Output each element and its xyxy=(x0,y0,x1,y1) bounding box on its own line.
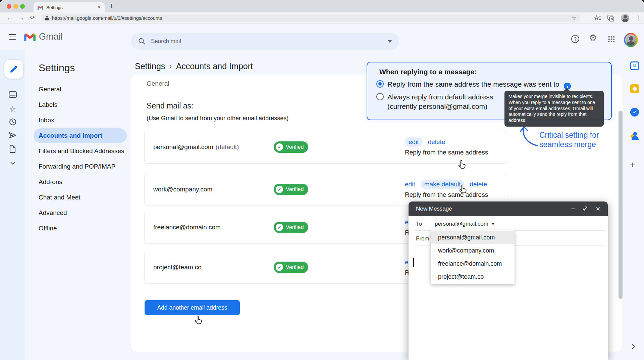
nav-item-labels[interactable]: Labels xyxy=(25,97,138,113)
nav-item-inbox[interactable]: Inbox xyxy=(25,113,138,128)
add-email-button[interactable]: Add another email address xyxy=(145,300,240,315)
nav-item-filters[interactable]: Filters and Blocked Addresses xyxy=(25,143,138,159)
browser-profile-avatar[interactable] xyxy=(621,14,629,22)
check-icon: ✓ xyxy=(276,224,283,231)
reload-button[interactable]: ⟳ xyxy=(28,13,37,22)
check-icon: ✓ xyxy=(276,264,283,271)
radio-same-address[interactable] xyxy=(376,80,384,88)
text-cursor xyxy=(413,258,414,267)
dropdown-item[interactable]: project@team.co xyxy=(431,270,515,283)
verified-badge: ✓ Verified xyxy=(274,184,308,195)
send-mail-as-subtitle: (Use Gmail to send from your other email… xyxy=(147,115,288,122)
tab-general[interactable]: General xyxy=(147,80,169,87)
check-icon: ✓ xyxy=(276,186,283,193)
breadcrumb-root[interactable]: Settings xyxy=(135,61,165,71)
to-label: To xyxy=(416,221,422,227)
url-text: https://mail.google.com/mail/u/0/#settin… xyxy=(52,15,572,21)
breadcrumb-separator: › xyxy=(169,61,172,71)
search-icon xyxy=(138,38,146,45)
delete-link[interactable]: delete xyxy=(428,138,445,146)
to-value-dropdown[interactable]: personal@gmail.com xyxy=(435,221,495,227)
tasks-icon[interactable] xyxy=(630,108,639,117)
email-row-personal: personal@gmail.com(default) ✓ Verified e… xyxy=(144,131,507,164)
dropdown-item[interactable]: work@company.com xyxy=(431,244,515,257)
radio-default-address[interactable] xyxy=(376,93,384,100)
tab-close-icon[interactable]: × xyxy=(98,4,101,10)
edit-link[interactable]: edit xyxy=(405,181,415,188)
right-side-panel: 31 + xyxy=(623,50,644,360)
dropdown-item[interactable]: personal@gmail.com xyxy=(431,231,515,244)
panel-divider xyxy=(628,147,640,147)
nav-item-accounts-and-import[interactable]: Accounts and Import xyxy=(25,128,138,143)
search-input[interactable] xyxy=(151,38,388,45)
reading-list-icon[interactable] xyxy=(594,15,601,21)
browser-tab-strip: Settings × + xyxy=(0,0,644,12)
nav-item-addons[interactable]: Add-ons xyxy=(25,174,138,190)
contacts-icon[interactable] xyxy=(630,131,639,140)
row-actions: edit delete Reply from the same address xyxy=(405,138,488,156)
keep-icon[interactable] xyxy=(630,84,639,93)
rail-starred-icon[interactable]: ☆ xyxy=(0,105,25,113)
browser-tab[interactable]: Settings × xyxy=(34,2,105,12)
calendar-icon[interactable]: 31 xyxy=(630,61,639,70)
rail-sent-icon[interactable] xyxy=(0,132,25,139)
hand-cursor xyxy=(458,184,468,194)
browser-menu-icon[interactable]: ⋮ xyxy=(636,14,641,21)
nav-item-offline[interactable]: Offline xyxy=(25,221,138,236)
nav-item-forwarding[interactable]: Forwarding and POP/IMAP xyxy=(25,159,138,174)
rail-drafts-icon[interactable] xyxy=(0,145,25,153)
rail-snoozed-icon[interactable] xyxy=(0,118,25,126)
email-address: personal@gmail.com(default) xyxy=(153,131,239,163)
default-suffix: (default) xyxy=(216,143,239,151)
compose-window: New Message ✕ To personal@gmail.com From… xyxy=(409,201,608,360)
compose-header[interactable]: New Message ✕ xyxy=(409,201,608,216)
rail-mail-icon[interactable] xyxy=(0,91,25,98)
compose-button[interactable] xyxy=(4,60,23,79)
close-icon[interactable]: ✕ xyxy=(596,206,600,212)
macos-close-button[interactable] xyxy=(7,4,11,9)
macos-zoom-button[interactable] xyxy=(20,4,25,9)
send-mail-as-title: Send mail as: xyxy=(147,101,193,110)
macos-minimize-button[interactable] xyxy=(13,4,18,9)
compose-title: New Message xyxy=(416,206,563,212)
minimize-icon[interactable] xyxy=(571,209,575,209)
settings-nav: General Labels Inbox Accounts and Import… xyxy=(25,82,138,236)
nav-item-chat-and-meet[interactable]: Chat and Meet xyxy=(25,190,138,205)
bookmark-star-icon[interactable]: ☆ xyxy=(572,15,576,21)
help-icon[interactable]: ? xyxy=(571,35,579,43)
info-tooltip: Makes your merge invisible to recipients… xyxy=(504,91,604,127)
address-bar[interactable]: https://mail.google.com/mail/u/0/#settin… xyxy=(41,14,580,22)
scrollbar-thumb[interactable] xyxy=(619,111,623,299)
forward-button[interactable]: → xyxy=(17,13,25,22)
collapse-panel-chevron-icon[interactable] xyxy=(630,344,635,349)
rail-more-chevron-icon[interactable] xyxy=(0,161,25,164)
expand-icon[interactable] xyxy=(583,206,588,212)
search-options-caret-icon[interactable] xyxy=(388,40,392,43)
radio-default-address-label: Always reply from default address xyxy=(387,93,493,101)
callout-title: When replying to a message: xyxy=(379,68,477,76)
search-bar[interactable] xyxy=(131,33,399,50)
tab-groups-icon[interactable] xyxy=(607,15,614,21)
breadcrumb: Settings › Accounts and Import xyxy=(135,61,253,71)
settings-nav-title: Settings xyxy=(39,62,75,74)
verified-badge: ✓ Verified xyxy=(274,141,308,153)
google-apps-icon[interactable] xyxy=(608,36,614,42)
dropdown-item[interactable]: freelance@domain.com xyxy=(431,257,515,270)
main-menu-icon[interactable] xyxy=(9,34,16,40)
gmail-left-rail: ☆ xyxy=(0,50,25,360)
edit-link[interactable]: edit xyxy=(405,137,423,147)
delete-link[interactable]: delete xyxy=(470,181,487,188)
new-tab-button[interactable]: + xyxy=(107,1,116,11)
nav-item-general[interactable]: General xyxy=(25,82,138,97)
make-default-link[interactable]: make default xyxy=(421,180,465,189)
account-avatar[interactable] xyxy=(624,33,638,47)
add-addon-icon[interactable]: + xyxy=(630,160,635,170)
compose-to-row: To personal@gmail.com xyxy=(416,221,495,227)
check-icon: ✓ xyxy=(276,143,283,151)
settings-gear-icon[interactable]: ⚙ xyxy=(589,33,597,43)
email-row-work: work@company.com ✓ Verified edit make de… xyxy=(144,173,507,206)
back-button[interactable]: ← xyxy=(5,13,14,22)
radio-same-address-label: Reply from the same address the message … xyxy=(387,80,571,90)
email-address: work@company.com xyxy=(153,173,212,206)
nav-item-advanced[interactable]: Advanced xyxy=(25,205,138,221)
